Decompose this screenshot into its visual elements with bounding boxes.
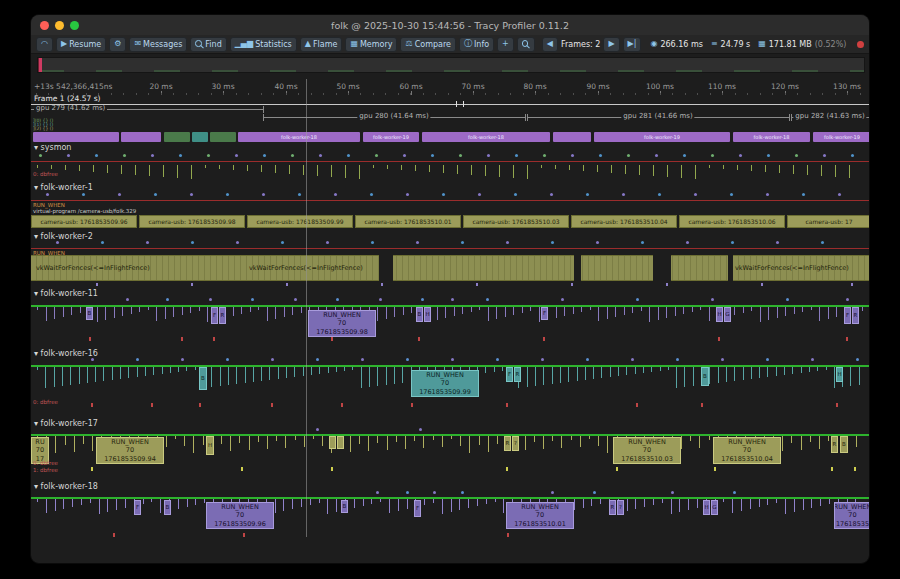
zone-box[interactable]: F [506, 367, 513, 382]
zone-box[interactable]: RUN_WHEN701761853509.96 [206, 502, 274, 529]
zone-box[interactable]: G [724, 307, 731, 322]
zone-box[interactable]: RUN_WHEN701761853509.98 [308, 310, 376, 337]
ruler-minor-tick [236, 93, 237, 95]
zone-box[interactable]: B [701, 367, 709, 386]
gpu-zone[interactable] [192, 132, 208, 142]
gpu-zone[interactable]: folk-worker-19 [594, 132, 730, 142]
zone-box[interactable]: RUN_WHEN701761853509.99 [411, 370, 479, 397]
zone-box[interactable]: R [504, 436, 511, 451]
prev-frame-button[interactable]: ◀ [542, 37, 558, 52]
memory-button[interactable]: ▦Memory [345, 37, 397, 52]
next-frame-button[interactable]: ▶ [603, 37, 619, 52]
zone-box[interactable]: R [831, 436, 838, 453]
tick-mark [97, 307, 98, 322]
zone-box[interactable]: ? [512, 436, 519, 451]
gpu-zone[interactable] [553, 132, 591, 142]
zone-box[interactable]: H [716, 307, 723, 322]
zone-box[interactable]: H [703, 500, 710, 515]
tick-mark [437, 307, 438, 320]
zone-box[interactable]: G [711, 500, 718, 515]
gpu-zone[interactable] [121, 132, 161, 142]
find-button[interactable]: Find [190, 37, 226, 52]
zone-box[interactable]: F [414, 500, 421, 517]
track-header-folk-worker-1[interactable]: ▾ folk-worker-1 [34, 184, 93, 192]
lock-event-mark [191, 283, 193, 286]
tick-mark [319, 367, 320, 374]
track-header-folk-worker-11[interactable]: ▾ folk-worker-11 [34, 290, 98, 298]
frame-overview-strip[interactable] [37, 57, 865, 73]
zone-box[interactable]: R [514, 367, 521, 382]
statistics-button[interactable]: ▁▄▆Statistics [230, 37, 297, 52]
zone-box[interactable]: ? [617, 500, 624, 515]
zone-box[interactable]: RUN_WHEN701761853510.03 [613, 437, 681, 464]
zone-segment[interactable]: camera-usb: 1761853509.99 [247, 215, 353, 228]
minimize-button[interactable] [55, 21, 64, 30]
zone-segment[interactable]: camera-usb: 1761853510.04 [571, 215, 677, 228]
zone-box[interactable] [337, 436, 344, 449]
flame-button[interactable]: ▲Flame [300, 37, 343, 52]
gpu-zone[interactable]: folk-worker-18 [238, 132, 360, 142]
zone-box[interactable]: F [211, 307, 218, 324]
tick-mark [63, 307, 64, 317]
track-header-folk-worker-18[interactable]: ▾ folk-worker-18 [34, 483, 98, 491]
track-header-folk-worker-17[interactable]: ▾ folk-worker-17 [34, 420, 98, 428]
zone-box[interactable]: H [206, 436, 214, 455]
zone-box[interactable]: B [164, 500, 171, 515]
zone-box[interactable]: F [541, 307, 548, 320]
zone-box[interactable]: R [852, 307, 859, 324]
zone-box[interactable]: H [424, 307, 431, 322]
info-button[interactable]: ⓘInfo [459, 37, 494, 52]
goto-frame-button[interactable]: + [497, 37, 514, 52]
gpu-zone[interactable] [164, 132, 190, 142]
zone-segment[interactable]: camera-usb: 1761853510.03 [463, 215, 569, 228]
zone-box[interactable]: F [844, 307, 851, 324]
zone-segment[interactable]: camera-usb: 1761853509.98 [139, 215, 245, 228]
zone-segment[interactable]: camera-usb: 1761853510.01 [355, 215, 461, 228]
zone-box[interactable]: B [416, 307, 423, 322]
settings-button[interactable]: ⚙ [109, 37, 126, 52]
tick-mark [163, 165, 164, 177]
zone-box[interactable]: RUN_WHEN701761853510.01 [506, 502, 574, 529]
gpu-zone[interactable] [210, 132, 236, 142]
gpu-zone[interactable]: folk-worker-19 [363, 132, 419, 142]
compare-button[interactable]: ⚖Compare [400, 37, 455, 52]
zone-box[interactable]: B [840, 436, 848, 453]
gear-icon: ⚙ [114, 40, 121, 48]
track-header-folk-worker-16[interactable]: ▾ folk-worker-16 [34, 350, 98, 358]
ruler-minor-tick [336, 93, 337, 95]
messages-button[interactable]: ✉Messages [129, 37, 187, 52]
resume-button[interactable]: ▶Resume [56, 37, 106, 52]
zone-box[interactable]: R [219, 307, 226, 324]
zone-box[interactable]: B [341, 500, 348, 513]
zone-box[interactable]: F [134, 500, 141, 515]
connection-button[interactable]: ◠ [36, 37, 53, 52]
zone-segment[interactable]: camera-usb: 1761853509.96 [31, 215, 137, 228]
zone-box[interactable]: B [199, 367, 207, 390]
tick-mark [513, 307, 514, 315]
zone-box[interactable] [329, 436, 336, 449]
track-header-sysmon[interactable]: ▾ sysmon [34, 144, 71, 152]
gpu-zone[interactable] [33, 132, 119, 142]
notification-dot[interactable] [857, 41, 864, 48]
last-frame-button[interactable]: ▶| [623, 37, 642, 52]
stat-value: 266.16 ms [660, 40, 703, 49]
zone-box[interactable]: RUN_WHEN701761853509.94 [96, 437, 164, 464]
close-button[interactable] [40, 21, 49, 30]
zone-segment[interactable]: camera-usb: 17 [787, 215, 870, 228]
zone-box[interactable]: RUN_WHEN701761853510.04 [713, 437, 781, 464]
gpu-zone[interactable]: folk-worker-18 [422, 132, 550, 142]
ruler-minor-tick [797, 93, 798, 95]
maximize-button[interactable] [70, 21, 79, 30]
zone-box[interactable]: RUN_WHEN7017618535 [834, 502, 870, 529]
zoom-button[interactable] [517, 37, 535, 52]
track-header-folk-worker-2[interactable]: ▾ folk-worker-2 [34, 233, 93, 241]
event-dot [551, 491, 554, 494]
zone-box[interactable]: H [836, 367, 843, 382]
gpu-zone[interactable]: folk-worker-18 [733, 132, 810, 142]
tick-mark [327, 499, 328, 514]
zone-box[interactable]: B [86, 307, 93, 320]
zone-segment[interactable]: camera-usb: 1761853510.06 [679, 215, 785, 228]
tick-mark [709, 307, 710, 321]
gpu-zone[interactable]: folk-worker-19 [813, 132, 870, 142]
zone-box[interactable]: R [609, 500, 616, 515]
